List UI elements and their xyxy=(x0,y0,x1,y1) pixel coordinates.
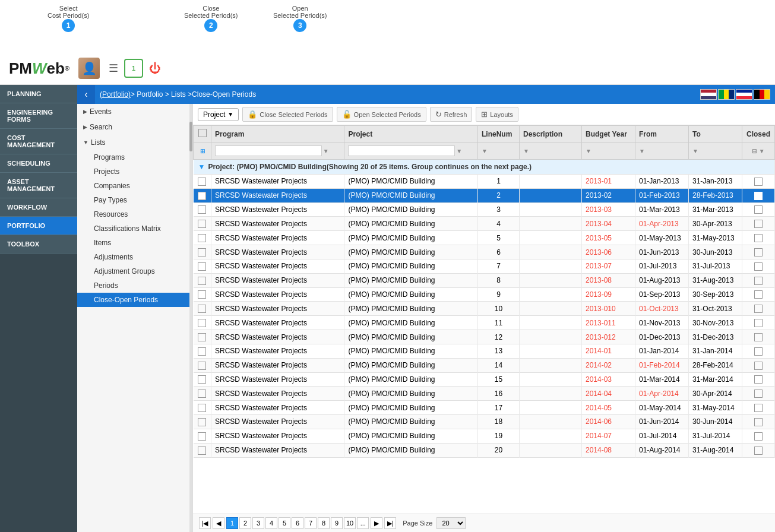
row-checkbox[interactable] xyxy=(198,333,206,341)
nav-item-close-open-periods[interactable]: Close-Open Periods xyxy=(77,293,192,307)
sidebar-item-cost-management[interactable]: COST MANAGEMENT xyxy=(0,129,77,154)
nav-item-events[interactable]: ▶Events xyxy=(77,104,192,119)
table-row[interactable]: SRCSD Wastewater Projects(PMO) PMO/CMID … xyxy=(194,175,775,189)
shield-icon[interactable]: 1 xyxy=(124,59,143,78)
nav-item-adjustments[interactable]: Adjustments xyxy=(77,250,192,264)
flag-de[interactable] xyxy=(754,89,770,100)
filter-icon-checkbox[interactable]: ⊞ xyxy=(200,148,205,154)
row-checkbox[interactable] xyxy=(198,178,206,186)
sidebar-item-workflow[interactable]: WORKFLOW xyxy=(0,198,77,217)
nav-item-classifications-matrix[interactable]: Classifications Matrix xyxy=(77,221,192,236)
row-checkbox[interactable] xyxy=(198,290,206,299)
row-checkbox[interactable] xyxy=(198,220,206,228)
select-all-checkbox[interactable] xyxy=(198,129,207,137)
nav-item-companies[interactable]: Companies xyxy=(77,179,192,193)
prev-page-button[interactable]: ◀ xyxy=(213,517,224,529)
table-row[interactable]: SRCSD Wastewater Projects(PMO) PMO/CMID … xyxy=(194,429,775,443)
row-checkbox[interactable] xyxy=(198,277,206,285)
table-row[interactable]: SRCSD Wastewater Projects(PMO) PMO/CMID … xyxy=(194,245,775,259)
row-checkbox[interactable] xyxy=(198,418,206,426)
filter-budget-icon[interactable]: ▼ xyxy=(586,148,591,154)
group-expand-icon[interactable]: ▼ xyxy=(198,163,205,171)
row-checkbox[interactable] xyxy=(198,446,206,455)
page-number-5[interactable]: 5 xyxy=(279,517,290,529)
layouts-button[interactable]: ⊞ Layouts xyxy=(476,107,518,122)
nav-item-items[interactable]: Items xyxy=(77,236,192,250)
row-closed-checkbox[interactable] xyxy=(754,205,763,214)
filter-closed-icon2[interactable]: ▼ xyxy=(759,148,765,154)
row-closed-checkbox[interactable] xyxy=(754,362,763,370)
table-row[interactable]: SRCSD Wastewater Projects(PMO) PMO/CMID … xyxy=(194,188,775,202)
table-row[interactable]: SRCSD Wastewater Projects(PMO) PMO/CMID … xyxy=(194,202,775,217)
nav-item-projects[interactable]: Projects xyxy=(77,164,192,179)
page-number-10[interactable]: 10 xyxy=(344,517,356,529)
row-checkbox[interactable] xyxy=(198,305,206,313)
filter-desc-icon[interactable]: ▼ xyxy=(523,148,529,154)
filter-project-icon[interactable]: ▼ xyxy=(456,148,462,154)
nav-scrollbar-thumb[interactable] xyxy=(189,122,192,151)
row-closed-checkbox[interactable] xyxy=(754,333,763,341)
row-closed-checkbox[interactable] xyxy=(754,390,763,398)
table-row[interactable]: SRCSD Wastewater Projects(PMO) PMO/CMID … xyxy=(194,387,775,401)
flag-us[interactable] xyxy=(700,89,717,100)
table-row[interactable]: SRCSD Wastewater Projects(PMO) PMO/CMID … xyxy=(194,259,775,273)
row-checkbox[interactable] xyxy=(198,375,206,384)
page-number-3[interactable]: 3 xyxy=(252,517,264,529)
table-container[interactable]: Program Project LineNum Description Budg… xyxy=(193,125,775,514)
table-row[interactable]: SRCSD Wastewater Projects(PMO) PMO/CMID … xyxy=(194,231,775,245)
row-closed-checkbox[interactable] xyxy=(754,375,763,384)
project-dropdown[interactable]: Project ▼ xyxy=(198,108,239,121)
row-closed-checkbox[interactable] xyxy=(754,418,763,426)
row-closed-checkbox[interactable] xyxy=(754,347,763,356)
avatar[interactable]: 👤 xyxy=(78,58,100,79)
table-row[interactable]: SRCSD Wastewater Projects(PMO) PMO/CMID … xyxy=(194,302,775,316)
row-checkbox[interactable] xyxy=(198,347,206,356)
row-closed-checkbox[interactable] xyxy=(754,234,763,242)
close-selected-periods-button[interactable]: 🔒 Close Selected Periods xyxy=(242,107,333,122)
row-closed-checkbox[interactable] xyxy=(754,248,763,256)
flag-br[interactable] xyxy=(718,89,735,100)
power-icon[interactable]: ⏻ xyxy=(149,62,161,75)
filter-program-icon[interactable]: ▼ xyxy=(323,148,329,154)
row-checkbox[interactable] xyxy=(198,432,206,441)
page-number-4[interactable]: 4 xyxy=(265,517,277,529)
filter-linenum-icon[interactable]: ▼ xyxy=(482,148,488,154)
table-row[interactable]: SRCSD Wastewater Projects(PMO) PMO/CMID … xyxy=(194,287,775,302)
filter-closed-icon[interactable]: ⊟ xyxy=(752,148,757,154)
filter-to-icon[interactable]: ▼ xyxy=(692,148,698,154)
filter-project[interactable] xyxy=(348,145,455,156)
sidebar-item-engineering-forms[interactable]: ENGINEERING FORMS xyxy=(0,103,77,129)
row-closed-checkbox[interactable] xyxy=(754,319,763,327)
sidebar-item-scheduling[interactable]: SCHEDULING xyxy=(0,154,77,173)
nav-item-lists[interactable]: ▼Lists xyxy=(77,135,192,150)
flag-fr[interactable] xyxy=(736,89,752,100)
page-number-...[interactable]: ... xyxy=(357,517,369,529)
table-row[interactable]: SRCSD Wastewater Projects(PMO) PMO/CMID … xyxy=(194,415,775,429)
breadcrumb-portfolio[interactable]: (Portfolio) xyxy=(100,90,131,99)
row-closed-checkbox[interactable] xyxy=(754,404,763,412)
row-closed-checkbox[interactable] xyxy=(754,192,763,200)
sidebar-item-asset-management[interactable]: ASSET MANAGEMENT xyxy=(0,173,77,198)
page-size-select[interactable]: 20 50 100 xyxy=(436,517,466,529)
page-number-1[interactable]: 1 xyxy=(226,517,238,529)
open-selected-periods-button[interactable]: 🔓 Open Selected Periods xyxy=(337,107,426,122)
row-closed-checkbox[interactable] xyxy=(754,432,763,441)
refresh-button[interactable]: ↻ Refresh xyxy=(430,107,473,122)
page-number-8[interactable]: 8 xyxy=(318,517,330,529)
table-row[interactable]: SRCSD Wastewater Projects(PMO) PMO/CMID … xyxy=(194,330,775,344)
nav-item-programs[interactable]: Programs xyxy=(77,150,192,164)
page-number-6[interactable]: 6 xyxy=(292,517,303,529)
nav-item-resources[interactable]: Resources xyxy=(77,207,192,221)
row-checkbox[interactable] xyxy=(198,390,206,398)
row-checkbox[interactable] xyxy=(198,192,206,200)
page-number-9[interactable]: 9 xyxy=(331,517,343,529)
table-row[interactable]: SRCSD Wastewater Projects(PMO) PMO/CMID … xyxy=(194,344,775,358)
row-closed-checkbox[interactable] xyxy=(754,277,763,285)
nav-scrollbar[interactable] xyxy=(189,104,192,532)
table-row[interactable]: SRCSD Wastewater Projects(PMO) PMO/CMID … xyxy=(194,273,775,287)
row-checkbox[interactable] xyxy=(198,262,206,271)
page-number-7[interactable]: 7 xyxy=(305,517,317,529)
page-number-2[interactable]: 2 xyxy=(239,517,251,529)
nav-item-pay-types[interactable]: Pay Types xyxy=(77,193,192,207)
table-row[interactable]: SRCSD Wastewater Projects(PMO) PMO/CMID … xyxy=(194,443,775,457)
